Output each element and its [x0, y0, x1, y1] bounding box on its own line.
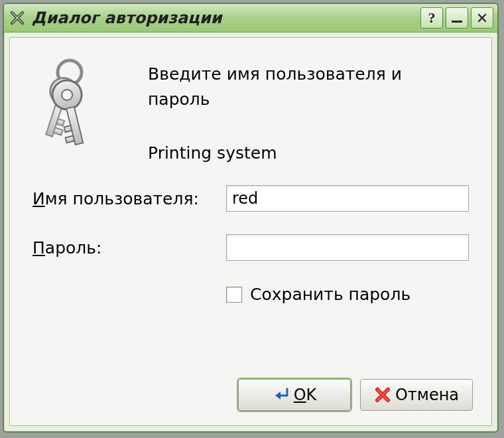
titlebar-buttons: ? ✕ — [420, 7, 497, 29]
app-menu-icon[interactable] — [8, 9, 27, 27]
cancel-x-icon — [374, 386, 391, 403]
titlebar[interactable]: Диалог авторизации ? ✕ — [4, 4, 497, 33]
close-icon: ✕ — [476, 10, 488, 27]
username-input[interactable] — [226, 185, 469, 212]
save-password-checkbox[interactable] — [226, 287, 242, 303]
cancel-button[interactable]: Отмена — [360, 379, 473, 411]
password-row: Пароль: — [32, 234, 469, 261]
username-label: Имя пользователя: — [32, 189, 212, 208]
svg-rect-10 — [66, 136, 75, 143]
cancel-label: Отмена — [395, 386, 459, 404]
message-area: Введите имя пользователя и пароль Printi… — [148, 56, 469, 163]
password-label: Пароль: — [32, 238, 212, 257]
password-input[interactable] — [226, 234, 469, 261]
close-title-button[interactable]: ✕ — [471, 7, 493, 29]
top-row: Введите имя пользователя и пароль Printi… — [32, 56, 469, 163]
ok-button[interactable]: OK — [238, 379, 351, 411]
save-password-row[interactable]: Сохранить пароль — [226, 285, 469, 304]
titlebar-left: Диалог авторизации — [4, 9, 222, 27]
dialog-body: Введите имя пользователя и пароль Printi… — [9, 37, 492, 426]
prompt-text: Введите имя пользователя и пароль — [148, 62, 469, 111]
minimize-button[interactable] — [446, 7, 468, 29]
svg-rect-4 — [56, 119, 64, 126]
help-button[interactable]: ? — [420, 7, 443, 29]
svg-rect-9 — [64, 125, 72, 132]
enter-arrow-icon — [273, 386, 290, 403]
subsystem-label: Printing system — [148, 143, 469, 163]
username-row: Имя пользователя: — [32, 185, 469, 212]
window-title: Диалог авторизации — [32, 9, 222, 27]
minimize-icon — [452, 21, 462, 23]
save-password-label: Сохранить пароль — [250, 285, 410, 304]
svg-rect-5 — [54, 127, 63, 135]
button-row: OK Отмена — [238, 379, 473, 411]
keys-icon — [29, 54, 121, 153]
question-icon: ? — [428, 9, 436, 27]
auth-dialog-window: Диалог авторизации ? ✕ — [3, 3, 499, 433]
